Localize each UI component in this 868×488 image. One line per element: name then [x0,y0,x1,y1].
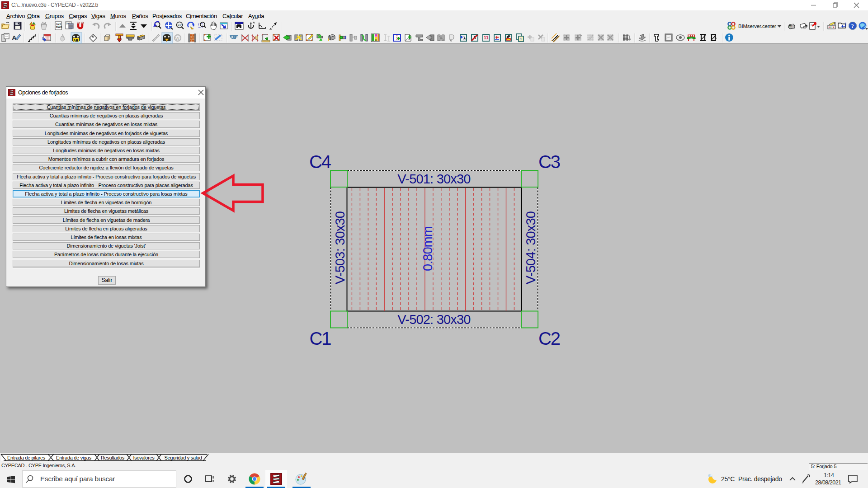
svg-text:V-504: 30x30: V-504: 30x30 [524,211,538,284]
svg-text:V-502: 30x30: V-502: 30x30 [397,312,470,327]
svg-text:Entrada de vigas: Entrada de vigas [56,455,92,460]
svg-text:V-503: 30x30: V-503: 30x30 [333,211,347,284]
svg-text:W: W [175,36,179,41]
svg-text:a: a [375,38,377,41]
svg-text:C2: C2 [538,328,560,348]
svg-text:×2: ×2 [178,23,182,27]
svg-text:C1: C1 [309,328,331,348]
svg-text:DWG: DWG [56,26,62,28]
svg-text:A: A [12,34,17,42]
svg-text:Resultados: Resultados [101,455,125,460]
svg-text:11: 11 [484,35,489,40]
svg-text:V-501: 30x30: V-501: 30x30 [397,172,470,186]
svg-text:Seguridad y salud: Seguridad y salud [165,455,202,460]
svg-text:C3: C3 [538,152,560,172]
svg-text:C4: C4 [309,152,331,172]
svg-text:AB: AB [73,38,79,42]
svg-text:i: i [328,37,329,42]
svg-text:0.80mm: 0.80mm [420,226,435,271]
svg-text:Isovalores: Isovalores [133,455,155,460]
svg-text:BIMserver.center: BIMserver.center [738,23,776,29]
svg-text:?: ? [851,23,854,29]
svg-text:1: 1 [520,37,522,41]
svg-text:Entrada de pilares: Entrada de pilares [7,455,46,460]
